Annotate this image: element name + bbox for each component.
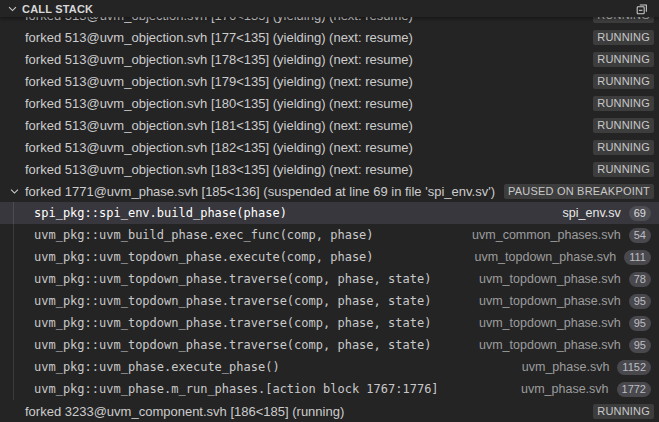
line-number-badge: 95 (629, 294, 651, 309)
callstack-thread-row[interactable]: forked 513@uvm_objection.svh [178<135] (… (0, 48, 659, 70)
callstack-frame-row[interactable]: uvm_pkg::uvm_phase.execute_phase()uvm_ph… (0, 356, 659, 378)
callstack-thread-row[interactable]: forked 513@uvm_objection.svh [177<135] (… (0, 26, 659, 48)
frame-label: uvm_pkg::uvm_phase.m_run_phases.[action … (34, 382, 439, 396)
line-number-badge: 54 (629, 228, 651, 243)
file-location: uvm_topdown_phase.svh95 (479, 294, 659, 309)
indent-guide (13, 312, 14, 334)
frame-label: uvm_pkg::uvm_phase.execute_phase() (34, 360, 280, 374)
file-location: uvm_common_phases.svh54 (472, 228, 659, 243)
indent-guide (13, 246, 14, 268)
callstack-frame-row[interactable]: uvm_pkg::uvm_topdown_phase.traverse(comp… (0, 290, 659, 312)
file-label: uvm_topdown_phase.svh (479, 294, 621, 308)
callstack-frame-row[interactable]: spi_pkg::spi_env.build_phase(phase)spi_e… (0, 202, 659, 224)
callstack-thread-row[interactable]: forked 513@uvm_objection.svh [182<135] (… (0, 136, 659, 158)
callstack-thread-row[interactable]: forked 513@uvm_objection.svh [183<135] (… (0, 158, 659, 180)
status-badge: RUNNING (593, 404, 654, 419)
call-stack-panel: CALL STACK forked 513@uvm_objection.svh … (0, 0, 659, 422)
callstack-thread-row[interactable]: forked 1771@uvm_phase.svh [185<136] (sus… (0, 180, 659, 202)
frame-label: uvm_pkg::uvm_topdown_phase.traverse(comp… (34, 272, 431, 286)
thread-label: forked 513@uvm_objection.svh [180<135] (… (25, 96, 413, 111)
file-label: spi_env.sv (563, 206, 621, 220)
thread-label: forked 513@uvm_objection.svh [183<135] (… (25, 162, 413, 177)
thread-label: forked 513@uvm_objection.svh [179<135] (… (25, 74, 413, 89)
status-badge: RUNNING (593, 74, 654, 89)
file-location: uvm_topdown_phase.svh95 (479, 316, 659, 331)
line-number-badge: 69 (629, 206, 651, 221)
callstack-frame-row[interactable]: uvm_pkg::uvm_topdown_phase.execute(comp,… (0, 246, 659, 268)
call-stack-rows: forked 513@uvm_objection.svh [176<135] (… (0, 4, 659, 422)
frame-label: spi_pkg::spi_env.build_phase(phase) (34, 206, 287, 220)
callstack-thread-row[interactable]: forked 513@uvm_objection.svh [180<135] (… (0, 92, 659, 114)
file-location: uvm_topdown_phase.svh78 (479, 272, 659, 287)
indent-guide (13, 356, 14, 378)
file-location: uvm_topdown_phase.svh95 (479, 338, 659, 353)
callstack-frame-row[interactable]: uvm_pkg::uvm_topdown_phase.traverse(comp… (0, 268, 659, 290)
line-number-badge: 1772 (617, 382, 651, 397)
indent-guide (13, 224, 14, 246)
file-location: uvm_topdown_phase.svh111 (475, 250, 659, 265)
callstack-thread-row[interactable]: forked 513@uvm_objection.svh [179<135] (… (0, 70, 659, 92)
status-badge: RUNNING (593, 96, 654, 111)
file-label: uvm_common_phases.svh (472, 228, 621, 242)
frame-label: uvm_pkg::uvm_topdown_phase.execute(comp,… (34, 250, 374, 264)
frame-label: uvm_pkg::uvm_topdown_phase.traverse(comp… (34, 316, 431, 330)
frame-label: uvm_pkg::uvm_topdown_phase.traverse(comp… (34, 294, 431, 308)
chevron-down-icon[interactable] (9, 186, 20, 197)
indent-guide (13, 334, 14, 356)
file-location: uvm_phase.svh1152 (522, 360, 659, 375)
callstack-thread-row[interactable]: forked 513@uvm_objection.svh [181<135] (… (0, 114, 659, 136)
status-badge: RUNNING (593, 162, 654, 177)
file-label: uvm_topdown_phase.svh (479, 272, 621, 286)
indent-guide (13, 378, 14, 400)
thread-label: forked 1771@uvm_phase.svh [185<136] (sus… (25, 184, 495, 199)
collapse-all-icon[interactable] (633, 1, 651, 17)
thread-label: forked 3233@uvm_component.svh [186<185] … (25, 404, 344, 419)
line-number-badge: 95 (629, 338, 651, 353)
thread-label: forked 513@uvm_objection.svh [178<135] (… (25, 52, 413, 67)
file-label: uvm_topdown_phase.svh (479, 316, 621, 330)
file-label: uvm_phase.svh (521, 382, 609, 396)
file-label: uvm_topdown_phase.svh (479, 338, 621, 352)
thread-label: forked 513@uvm_objection.svh [182<135] (… (25, 140, 413, 155)
line-number-badge: 111 (624, 250, 651, 265)
indent-guide (13, 268, 14, 290)
file-label: uvm_topdown_phase.svh (475, 250, 617, 264)
callstack-thread-row[interactable]: forked 3233@uvm_component.svh [186<185] … (0, 400, 659, 422)
status-badge: RUNNING (593, 118, 654, 133)
callstack-frame-row[interactable]: uvm_pkg::uvm_build_phase.exec_func(comp,… (0, 224, 659, 246)
call-stack-header[interactable]: CALL STACK (0, 0, 659, 17)
frame-label: uvm_pkg::uvm_build_phase.exec_func(comp,… (34, 228, 374, 242)
file-location: uvm_phase.svh1772 (521, 382, 659, 397)
line-number-badge: 1152 (617, 360, 651, 375)
thread-label: forked 513@uvm_objection.svh [181<135] (… (25, 118, 413, 133)
indent-guide (13, 290, 14, 312)
status-badge: RUNNING (593, 140, 654, 155)
file-location: spi_env.sv69 (563, 206, 659, 221)
callstack-frame-row[interactable]: uvm_pkg::uvm_topdown_phase.traverse(comp… (0, 312, 659, 334)
frame-label: uvm_pkg::uvm_topdown_phase.traverse(comp… (34, 338, 431, 352)
callstack-frame-row[interactable]: uvm_pkg::uvm_phase.m_run_phases.[action … (0, 378, 659, 400)
line-number-badge: 78 (629, 272, 651, 287)
pane-title: CALL STACK (22, 3, 93, 15)
chevron-down-icon (7, 3, 18, 14)
callstack-frame-row[interactable]: uvm_pkg::uvm_topdown_phase.traverse(comp… (0, 334, 659, 356)
file-label: uvm_phase.svh (522, 360, 610, 374)
indent-guide (13, 202, 14, 224)
status-badge: RUNNING (593, 52, 654, 67)
line-number-badge: 95 (629, 316, 651, 331)
status-badge: PAUSED ON BREAKPOINT (504, 184, 654, 199)
status-badge: RUNNING (593, 30, 654, 45)
thread-label: forked 513@uvm_objection.svh [177<135] (… (25, 30, 413, 45)
